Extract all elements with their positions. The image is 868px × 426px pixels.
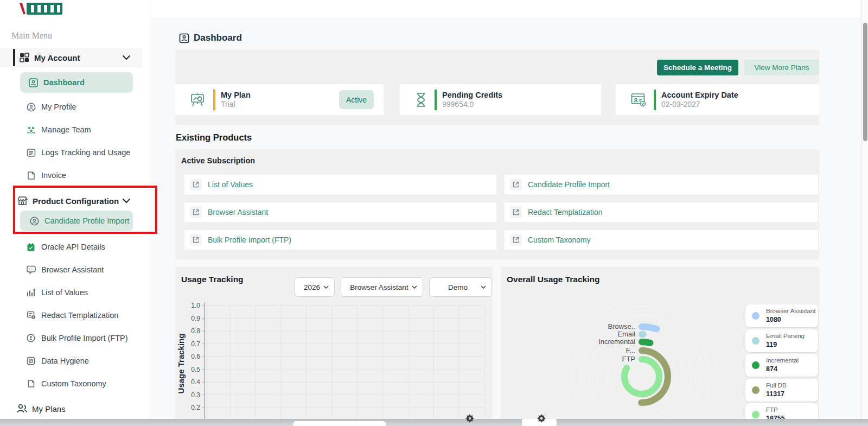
legend-item-email-parsing[interactable]: Email Parsing 119	[745, 329, 818, 352]
product-configuration-icon	[17, 196, 28, 206]
custom-taxonomy-icon	[26, 379, 36, 388]
svg-text:0.7: 0.7	[191, 340, 200, 348]
data-hygiene-label: Data Hygiene	[41, 357, 89, 365]
redact-templatization-icon	[26, 311, 36, 320]
schedule-meeting-button[interactable]: Schedule a Meeting	[657, 60, 738, 75]
my-plan-title: My Plan	[221, 90, 251, 100]
my-profile-icon	[26, 103, 36, 112]
sidebar-item-manage-team[interactable]: Manage Team	[26, 118, 143, 141]
usage-tracking-panel: Usage Tracking 2026 Browser Assistant De…	[175, 267, 493, 426]
oracle-api-details-label: Oracle API Details	[41, 243, 105, 251]
my-profile-label: My Profile	[41, 103, 76, 111]
sidebar-item-my-profile[interactable]: My Profile	[26, 96, 143, 118]
legend-value: 1080	[766, 316, 781, 323]
taskbar-gear-icon[interactable]	[465, 414, 474, 423]
my-plans-label: My Plans	[32, 404, 66, 414]
product-link-label: Candidate Profile Import	[528, 180, 610, 189]
taskbar-search-pill[interactable]	[293, 421, 386, 426]
sidebar-item-custom-taxonomy[interactable]: Custom Taxonomy	[26, 372, 143, 395]
manage-team-icon	[26, 125, 36, 135]
product-link-browser-assistant[interactable]: Browser Assistant	[184, 202, 496, 222]
sidebar-section-my-account[interactable]: My Account	[0, 48, 142, 67]
legend-label: FTP	[766, 406, 778, 413]
product-link-custom-taxonomy[interactable]: Custom Taxonomy	[505, 230, 818, 250]
product-link-label: Bulk Profile Import (FTP)	[208, 236, 291, 244]
taskbar-gear-icon-2[interactable]	[537, 414, 546, 423]
product-link-label: Custom Taxonomy	[528, 236, 591, 244]
legend-label: Email Parsing	[766, 333, 805, 339]
svg-text:Email: Email	[617, 330, 635, 338]
bulk-profile-import-icon	[26, 334, 36, 342]
sidebar-item-redact-templatization[interactable]: Redact Templatization	[26, 304, 143, 327]
legend-item-incremental[interactable]: Incremental 874	[745, 354, 818, 377]
sidebar-item-data-hygiene[interactable]: Data Hygiene	[26, 349, 143, 372]
external-link-icon	[510, 179, 522, 190]
invoice-label: Invoice	[41, 171, 66, 180]
svg-text:0.9: 0.9	[191, 315, 200, 322]
svg-text:1.0: 1.0	[191, 302, 200, 309]
active-section-bar	[13, 49, 15, 66]
usage-line-chart: 1.00.90.80.70.60.50.40.30.2Usage Trackin…	[175, 267, 493, 426]
legend-item-full-db[interactable]: Full DB 11317	[745, 379, 818, 402]
legend-label: Incremental	[766, 357, 799, 364]
plan-status-badge: Active	[339, 90, 374, 109]
sidebar-section-my-plans[interactable]: My Plans	[16, 398, 136, 419]
legend-dot	[752, 361, 760, 369]
invoice-icon	[26, 171, 36, 180]
page-title-icon	[179, 33, 189, 43]
legend-item-browser-assistant[interactable]: Browser Assistant 1080	[745, 304, 818, 327]
sidebar-item-list-of-values[interactable]: List of Values	[26, 281, 143, 304]
product-link-label: Browser Assistant	[208, 208, 268, 217]
product-link-label: Redact Templatization	[528, 208, 602, 217]
svg-text:Browse..: Browse..	[608, 322, 635, 330]
data-hygiene-icon	[26, 357, 36, 365]
main-content: Dashboard Schedule a Meeting View More P…	[151, 0, 861, 426]
chevron-down-icon	[123, 199, 130, 204]
account-expiry-card: Account Expiry Date 02-03-2027	[616, 84, 819, 115]
app-logo[interactable]	[18, 2, 65, 15]
sidebar-item-invoice[interactable]: Invoice	[26, 164, 143, 187]
candidate-profile-import-icon	[30, 217, 39, 226]
manage-team-label: Manage Team	[41, 125, 91, 134]
sidebar-item-dashboard[interactable]: Dashboard	[20, 72, 133, 93]
product-link-list-of-values[interactable]: List of Values	[184, 175, 496, 194]
sidebar-item-logs-tracking[interactable]: Logs Tracking and Usage	[26, 141, 143, 164]
my-plan-icon	[189, 92, 206, 107]
browser-assistant-icon	[26, 265, 36, 274]
redact-templatization-label: Redact Templatization	[41, 311, 118, 320]
active-subscription-heading: Active Subscription	[181, 156, 255, 165]
sidebar-item-oracle-api-details[interactable]: Oracle API Details	[26, 236, 143, 258]
external-link-icon	[510, 206, 522, 218]
oracle-api-details-icon	[26, 243, 36, 252]
overall-usage-panel: Overall Usage Tracking Browse..EmailIncr…	[501, 267, 819, 426]
external-link-icon	[190, 206, 202, 218]
product-link-redact-templatization[interactable]: Redact Templatization	[505, 202, 818, 222]
legend-label: Full DB	[766, 382, 787, 389]
sidebar-item-candidate-profile-import[interactable]: Candidate Profile Import	[20, 211, 133, 231]
legend-value: 874	[766, 365, 777, 373]
my-plan-value: Trial	[221, 100, 251, 110]
svg-text:F...: F...	[626, 346, 635, 354]
logs-tracking-icon	[26, 148, 36, 157]
page-scrollbar	[861, 0, 868, 426]
product-link-candidate-profile-import[interactable]: Candidate Profile Import	[505, 175, 818, 194]
legend-dot	[752, 386, 760, 394]
logs-tracking-label: Logs Tracking and Usage	[41, 148, 130, 157]
card-accent-bar	[654, 90, 656, 110]
card-accent-bar	[213, 90, 215, 110]
pending-credits-value: 999654.0	[442, 100, 502, 110]
svg-text:Incremental: Incremental	[598, 338, 635, 346]
external-link-icon	[190, 234, 202, 246]
pending-credits-card: Pending Credits 999654.0	[400, 84, 601, 115]
sidebar-item-browser-assistant[interactable]: Browser Assistant	[26, 258, 143, 281]
sidebar-section-product-configuration[interactable]: Product Configuration	[0, 191, 142, 211]
scrollbar-thumb[interactable]	[863, 23, 867, 141]
hero-panel: Schedule a Meeting View More Plans My Pl…	[175, 50, 819, 125]
sidebar-item-bulk-profile-import[interactable]: Bulk Profile Import (FTP)	[26, 327, 143, 349]
view-more-plans-button[interactable]: View More Plans	[744, 60, 819, 75]
hourglass-icon	[415, 92, 427, 107]
product-link-label: List of Values	[208, 180, 253, 189]
legend-label: Browser Assistant	[766, 308, 815, 314]
bulk-profile-import-label: Bulk Profile Import (FTP)	[41, 334, 128, 342]
product-link-bulk-profile-import[interactable]: Bulk Profile Import (FTP)	[184, 230, 496, 250]
